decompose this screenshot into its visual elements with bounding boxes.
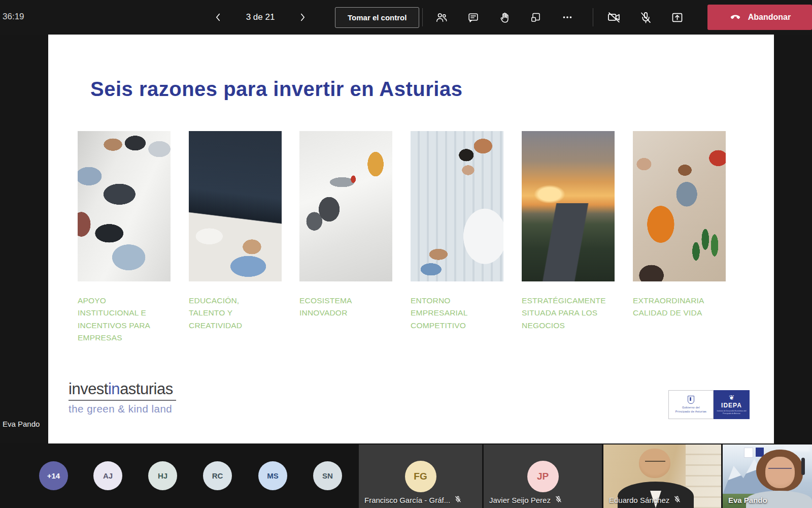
participant-video-tile[interactable]: Eduardo Sánchez	[603, 444, 721, 508]
reason-caption: ENTORNO EMPRESARIAL COMPETITIVO	[411, 295, 493, 332]
leave-label: Abandonar	[748, 13, 791, 22]
participant-tile[interactable]: FG Francisco García - Gráf...	[359, 444, 482, 508]
toolbar-divider	[593, 8, 593, 26]
previous-slide-button[interactable]	[207, 5, 229, 29]
participant-name: Eduardo Sánchez	[609, 496, 669, 504]
reason-column: ENTORNO EMPRESARIAL COMPETITIVO	[411, 131, 503, 281]
mic-off-icon	[639, 11, 653, 24]
principado-asturias-logo: Gobierno del Principado de Asturias	[668, 390, 714, 419]
scientists-in-lab-photo	[411, 131, 503, 281]
presenter-name-label: Eva Pando	[3, 420, 40, 428]
reason-caption: ECOSISTEMA INNOVADOR	[299, 295, 382, 320]
outdoor-social-gathering-photo	[633, 131, 726, 281]
participant-tile[interactable]: JP Javier Seijo Perez	[484, 444, 602, 508]
chevron-right-icon	[297, 12, 308, 23]
slide-position: 3 de 21	[243, 12, 278, 22]
idepa-government-logo: Gobierno del Principado de Asturias ❦ ID…	[668, 390, 750, 419]
brand-divider	[69, 400, 176, 401]
more-options-icon	[561, 11, 574, 24]
raise-hand-icon	[498, 11, 511, 24]
person-silhouette	[645, 461, 665, 467]
hang-up-icon	[729, 10, 742, 25]
next-slide-button[interactable]	[291, 5, 314, 29]
meeting-tools	[430, 0, 579, 35]
participant-name: Javier Seijo Perez	[489, 496, 551, 504]
reason-column: APOYO INSTITUCIONAL E INCENTIVOS PARA EM…	[78, 131, 171, 281]
take-control-button[interactable]: Tomar el control	[335, 7, 419, 28]
headset	[801, 458, 805, 475]
mic-off-icon	[673, 495, 681, 504]
participants-strip: +14 AJ HJ RC MS SN FG Francisco García -…	[0, 443, 812, 508]
meeting-toolbar: 36:19 3 de 21 Tomar el control	[0, 0, 812, 35]
slide-navigation: 3 de 21 Tomar el control	[207, 0, 419, 35]
idepa-logo: ❦ IDEPA Instituto de Desarrollo Económic…	[714, 390, 750, 419]
camera-off-icon	[607, 10, 621, 24]
chevron-left-icon	[213, 12, 224, 23]
participant-avatar[interactable]: AJ	[93, 461, 122, 490]
shared-presentation-slide: Seis razones para invertir en Asturias A…	[48, 35, 774, 444]
brand-wordmark: investinasturias	[69, 380, 176, 398]
meeting-timer: 36:19	[3, 12, 24, 22]
idepa-emblem-icon: ❦	[729, 394, 734, 401]
overhead-office-meeting-photo	[78, 131, 171, 281]
bright-innovation-hall-photo	[299, 131, 392, 281]
more-options-button[interactable]	[556, 5, 579, 29]
reason-caption: ESTRATÉGICAMENTE SITUADA PARA LOS NEGOCI…	[522, 295, 604, 332]
breakout-rooms-button[interactable]	[525, 5, 547, 29]
participant-name: Eva Pando	[728, 496, 767, 504]
toolbar-divider	[422, 8, 423, 26]
overflow-participants-badge[interactable]: +14	[39, 461, 68, 490]
mic-off-button[interactable]	[634, 5, 657, 29]
mic-off-icon	[454, 495, 462, 504]
reason-column: EXTRAORDINARIA CALIDAD DE VIDA	[633, 131, 726, 281]
participant-avatar[interactable]: RC	[203, 461, 232, 490]
participants-button[interactable]	[430, 5, 453, 29]
audio-video-controls	[603, 0, 688, 35]
reason-caption: APOYO INSTITUCIONAL E INCENTIVOS PARA EM…	[78, 295, 160, 344]
leave-meeting-button[interactable]: Abandonar	[707, 5, 812, 30]
person-silhouette	[768, 468, 792, 474]
slide-title: Seis razones para invertir en Asturias	[90, 78, 462, 101]
backdrop-logo	[744, 448, 753, 458]
participant-name: Francisco García - Gráf...	[364, 496, 450, 504]
reason-column: ECOSISTEMA INNOVADOR	[299, 131, 392, 281]
government-name: Gobierno del Principado de Asturias	[675, 405, 706, 414]
chat-icon	[467, 11, 480, 24]
participant-avatar[interactable]: HJ	[148, 461, 177, 490]
brand-tagline: the green & kind land	[69, 403, 176, 415]
raise-hand-button[interactable]	[493, 5, 516, 29]
reason-caption: EDUCACIÓN, TALENTO Y CREATIVIDAD	[189, 295, 271, 332]
participant-avatar[interactable]: SN	[313, 461, 342, 490]
share-screen-icon	[670, 11, 684, 24]
reason-column: EDUCACIÓN, TALENTO Y CREATIVIDAD	[189, 131, 282, 281]
participant-video-tile[interactable]: Eva Pando	[723, 444, 812, 508]
backdrop-logos	[744, 448, 764, 458]
chat-button[interactable]	[462, 5, 484, 29]
mic-off-icon	[555, 495, 562, 504]
highway-sunset-photo	[522, 131, 615, 281]
participants-icon	[435, 11, 448, 24]
reason-column: ESTRATÉGICAMENTE SITUADA PARA LOS NEGOCI…	[522, 131, 615, 281]
designer-monitor-cad-photo	[189, 131, 282, 281]
share-screen-button[interactable]	[666, 5, 688, 29]
breakout-rooms-icon	[530, 11, 542, 23]
participant-avatar: FG	[405, 461, 436, 492]
invest-in-asturias-logo: investinasturias the green & kind land	[69, 380, 176, 415]
camera-off-button[interactable]	[603, 5, 625, 29]
reason-caption: EXTRAORDINARIA CALIDAD DE VIDA	[633, 295, 715, 320]
participant-avatar: JP	[527, 461, 559, 492]
government-crest-icon	[688, 396, 694, 404]
participant-avatar[interactable]: MS	[258, 461, 287, 490]
